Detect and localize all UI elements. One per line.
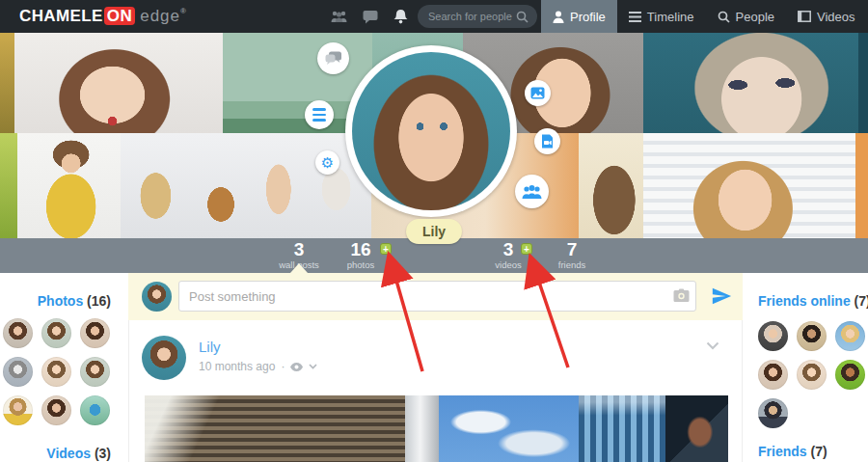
- photo-thumbnail[interactable]: [3, 318, 33, 348]
- post-options-chevron-icon[interactable]: [706, 341, 719, 350]
- tab-people[interactable]: People: [706, 0, 786, 33]
- post-input[interactable]: [178, 281, 696, 312]
- stat-videos-value: 3: [495, 240, 521, 259]
- post-author-avatar[interactable]: [142, 336, 186, 380]
- composer-avatar[interactable]: [142, 282, 172, 312]
- friend-avatar[interactable]: [758, 360, 788, 390]
- tab-timeline[interactable]: Timeline: [617, 0, 706, 33]
- stat-photos-value: 16: [347, 240, 375, 259]
- registered-mark: ®: [180, 7, 186, 15]
- brand-suffix: edge: [140, 7, 180, 25]
- photo-thumbnail[interactable]: [3, 357, 33, 387]
- video-file-icon: [541, 134, 554, 149]
- post-photo[interactable]: [145, 395, 728, 462]
- stat-friends-value: 7: [558, 240, 586, 259]
- active-tab-notch: [290, 263, 308, 273]
- cover-photo-tile[interactable]: [0, 33, 14, 133]
- post-meta: 10 months ago ·: [199, 360, 317, 373]
- stat-wall-posts-value: 3: [279, 240, 319, 259]
- cover-photo-tile[interactable]: [579, 133, 643, 241]
- profile-avatar[interactable]: [345, 45, 517, 217]
- friends-count: (7): [810, 444, 827, 459]
- profile-name-badge: Lily: [406, 219, 462, 244]
- stat-videos-label: videos: [495, 259, 521, 270]
- friend-avatar[interactable]: [797, 360, 827, 390]
- cover-menu-button[interactable]: [305, 100, 334, 129]
- photo-thumbnail[interactable]: [41, 357, 71, 387]
- search-input[interactable]: [426, 10, 516, 23]
- send-icon[interactable]: [711, 285, 732, 307]
- photos-count: (16): [87, 293, 111, 309]
- add-videos-button[interactable]: +: [521, 243, 532, 255]
- cover-photo-tile: [858, 33, 868, 133]
- photo-thumbnail[interactable]: [80, 357, 110, 387]
- camera-icon[interactable]: [673, 288, 690, 303]
- photo-building-column: [405, 395, 439, 462]
- brand-logo[interactable]: CHAMELEONedge®: [19, 7, 186, 26]
- sidebar-friends-online-heading[interactable]: Friends online (7): [758, 293, 868, 309]
- chat-button[interactable]: [317, 42, 349, 74]
- add-photo-button[interactable]: [525, 80, 551, 106]
- stat-videos[interactable]: 3 videos: [495, 240, 521, 270]
- add-photos-button[interactable]: +: [380, 243, 392, 255]
- tab-profile[interactable]: Profile: [541, 0, 617, 33]
- profile-icon: [553, 11, 564, 23]
- stat-friends[interactable]: 7 friends: [558, 240, 586, 270]
- friends-button[interactable]: [515, 175, 549, 208]
- photos-title: Photos: [38, 293, 83, 309]
- friend-requests-icon[interactable]: [331, 9, 347, 25]
- friend-avatar[interactable]: [758, 321, 788, 351]
- post-author-name[interactable]: Lily: [199, 339, 221, 355]
- friend-avatar[interactable]: [797, 321, 827, 351]
- cover-photo-tile[interactable]: [17, 133, 121, 241]
- privacy-caret-icon[interactable]: [309, 364, 317, 369]
- meta-separator-dot: ·: [281, 360, 285, 373]
- friends-online-grid: [758, 321, 865, 428]
- friends-group-icon: [522, 184, 542, 200]
- profile-page: CHAMELEONedge® Profile Timeline: [0, 0, 868, 462]
- gear-icon: ⚙: [321, 155, 334, 170]
- add-video-button[interactable]: [534, 128, 560, 154]
- stat-friends-label: friends: [558, 259, 586, 270]
- sidebar-videos-heading[interactable]: Videos (3): [0, 446, 111, 461]
- navbar-search: [418, 5, 537, 28]
- photo-thumbnail[interactable]: [80, 318, 110, 348]
- tab-timeline-label: Timeline: [647, 10, 694, 24]
- cover-photo-tile[interactable]: [643, 133, 855, 241]
- navbar-menu: Profile Timeline People Videos More: [541, 0, 868, 33]
- sidebar-friends-heading[interactable]: Friends (7): [758, 444, 827, 459]
- photos-thumbnail-grid: [3, 318, 110, 425]
- photo-thumbnail[interactable]: [80, 395, 110, 425]
- cover-photo-tile[interactable]: [643, 33, 858, 133]
- stat-photos[interactable]: 16 photos: [347, 240, 375, 270]
- videos-count: (3): [95, 446, 111, 461]
- cover-photo-tile[interactable]: [121, 133, 371, 241]
- friend-avatar[interactable]: [758, 398, 788, 428]
- photo-thumbnail[interactable]: [41, 318, 71, 348]
- photo-thumbnail[interactable]: [41, 395, 71, 425]
- tab-people-label: People: [736, 10, 774, 24]
- profile-avatar-photo: [352, 52, 510, 210]
- messages-icon[interactable]: [362, 9, 378, 25]
- cover-photo-tile[interactable]: [14, 33, 223, 133]
- friend-avatar[interactable]: [835, 360, 865, 390]
- friend-avatar[interactable]: [835, 321, 865, 351]
- photo-icon: [530, 87, 545, 99]
- photo-building-left: [145, 395, 405, 462]
- privacy-eye-icon[interactable]: [290, 363, 303, 371]
- navbar-quick-icons: [331, 0, 409, 33]
- post-composer: [128, 273, 743, 320]
- post-timestamp: 10 months ago: [199, 360, 275, 373]
- people-search-icon: [718, 11, 730, 23]
- photo-billboard: [665, 395, 728, 462]
- sidebar-photos-heading[interactable]: Photos (16): [0, 293, 111, 309]
- search-icon[interactable]: [516, 11, 529, 23]
- photo-thumbnail[interactable]: [3, 395, 33, 425]
- notifications-bell-icon[interactable]: [393, 9, 409, 25]
- timeline-icon: [629, 12, 641, 22]
- settings-button[interactable]: ⚙: [315, 150, 339, 175]
- top-navbar: CHAMELEONedge® Profile Timeline: [0, 0, 868, 33]
- hamburger-icon: [312, 108, 326, 122]
- cover-photo-tile: [855, 133, 868, 241]
- tab-videos[interactable]: Videos: [786, 0, 867, 33]
